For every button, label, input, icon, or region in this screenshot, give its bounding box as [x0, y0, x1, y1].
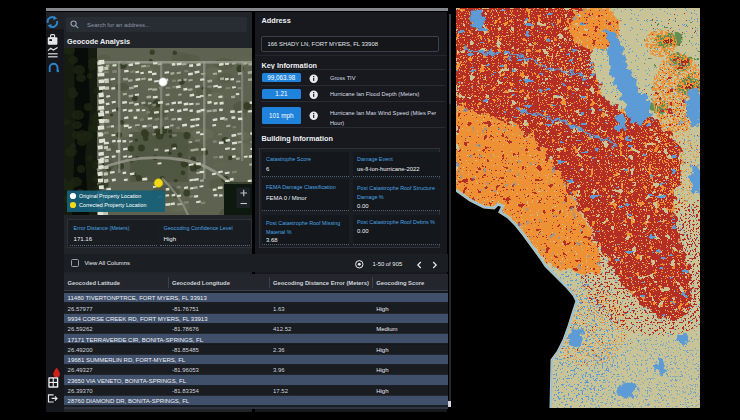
svg-text:Corrected Property Location: Corrected Property Location	[79, 202, 146, 208]
svg-text:Original Property Location: Original Property Location	[79, 193, 141, 199]
